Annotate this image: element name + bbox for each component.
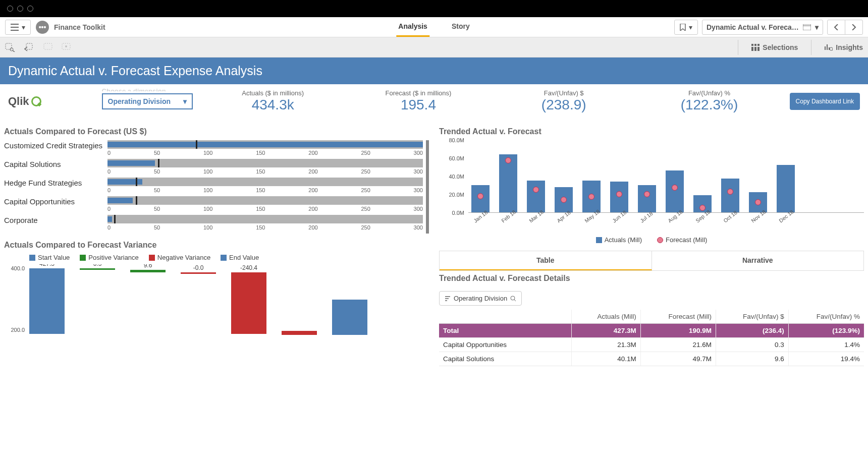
waterfall-legend: Start Value Positive Variance Negative V… [4,254,429,261]
selections-button[interactable]: Selections [751,43,798,51]
table-header[interactable]: Fav/(Unfav) % [788,310,864,324]
bullet-label: Customized Credit Strategies [4,140,107,150]
details-filter-button[interactable]: Operating Division [439,291,522,306]
close-dot[interactable] [7,6,13,12]
waterfall-chart[interactable]: 400.0 200.0 427.3 0.3 9.6 -0.0 -240.4 -5… [4,264,429,335]
chevron-down-icon: ▾ [815,23,819,31]
bullet-label: Capital Solutions [4,159,107,168]
qlik-q-icon [31,96,41,106]
dimension-selector: Choose a dimension Operating Division ▾ [102,93,193,109]
bullet-label: Corporate [4,215,107,224]
window-chrome [0,0,868,17]
svg-rect-5 [26,43,32,49]
menu-button[interactable]: ▾ [5,20,31,35]
secondary-toolbar: Selections Insights [0,37,868,57]
svg-rect-14 [757,47,760,51]
top-toolbar: ▾ ••• Finance Toolkit Analysis Story ▾ D… [0,17,868,37]
hamburger-icon [11,24,19,31]
chevron-down-icon: ▾ [689,23,692,31]
svg-line-18 [514,300,516,301]
sel-tool-icon[interactable] [62,43,71,52]
bullet-label: Hedge Fund Strategies [4,178,107,187]
bullet-label: Capital Opportunities [4,196,107,206]
tab-table[interactable]: Table [440,251,652,270]
kpi-row: Qlik Choose a dimension Operating Divisi… [0,84,868,118]
svg-line-16 [832,50,833,51]
qlik-logo: Qlik [8,95,41,108]
app-name: Finance Toolkit [54,23,105,31]
table-header[interactable]: Fav/(Unfav) $ [716,310,789,324]
kpi-fav-dollar: Fav/(Unfav) $ (238.9) [499,89,629,113]
kpi-actuals: Actuals ($ in millions) 434.3k [208,89,338,113]
sheet-name: Dynamic Actual v. Forecast ... [707,23,799,31]
bookmark-button[interactable]: ▾ [674,20,698,35]
svg-point-17 [511,296,515,300]
combo-legend: Actuals (Mill) Forecast (Mill) [439,236,864,244]
app-icon: ••• [36,21,49,34]
bullet-row[interactable]: Capital Opportunities 050100150200250300 [4,196,423,212]
insights-button[interactable]: Insights [825,43,863,51]
nav-prev[interactable] [827,20,845,35]
bullet-chart[interactable]: Customized Credit Strategies 05010015020… [4,140,429,234]
svg-rect-9 [751,44,753,46]
bookmark-icon [680,24,686,31]
bullet-row[interactable]: Corporate 050100150200250300 [4,215,423,231]
tab-analysis[interactable]: Analysis [396,17,429,37]
chevron-right-icon [851,24,856,30]
svg-rect-12 [751,47,753,51]
table-row[interactable]: Total427.3M190.9M(236.4)(123.9%) [439,324,864,338]
dimension-dropdown[interactable]: Operating Division ▾ [102,93,193,109]
max-dot[interactable] [27,6,33,12]
details-table[interactable]: Actuals (Mill)Forecast (Mill)Fav/(Unfav)… [439,310,864,366]
smart-search-icon[interactable] [5,43,15,52]
svg-rect-11 [757,44,760,46]
bullet-row[interactable]: Hedge Fund Strategies 050100150200250300 [4,178,423,193]
sort-icon [445,296,451,302]
step-back-icon[interactable] [24,43,34,52]
svg-rect-10 [754,44,756,46]
search-icon [510,296,516,302]
svg-rect-6 [44,43,52,49]
left-column: Actuals Compared to Forecast (US $) Cust… [4,123,429,366]
clear-sel-icon[interactable] [43,43,52,52]
chevron-left-icon [834,24,839,30]
combo-chart[interactable]: 0.0M20.0M40.0M60.0M80.0M Jan 18Feb 18Mar… [439,140,864,231]
insights-icon [825,44,833,51]
tab-story[interactable]: Story [450,17,472,37]
sheet-selector[interactable]: Dynamic Actual v. Forecast ... ▾ [702,20,823,35]
copy-dashboard-link-button[interactable]: Copy Dashboard Link [790,93,860,110]
scrollbar[interactable] [426,140,429,234]
right-column: Trended Actual v. Forecast 0.0M20.0M40.0… [439,123,864,366]
table-header[interactable]: Forecast (Mill) [640,310,716,324]
page-title: Dynamic Actual v. Forecast Expense Analy… [0,57,868,84]
selections-icon [751,44,760,51]
nav-next[interactable] [845,20,863,35]
combo-title: Trended Actual v. Forecast [439,127,864,136]
svg-rect-13 [754,47,756,51]
divider [738,40,738,55]
kpi-fav-pct: Fav/(Unfav) % (122.3%) [644,89,774,113]
bottom-tabs: Table Narrative [439,251,864,271]
svg-point-8 [65,45,67,47]
chevron-down-icon: ▾ [183,97,187,105]
sheet-icon [803,24,811,30]
table-row[interactable]: Capital Opportunities21.3M21.6M0.31.4% [439,338,864,352]
details-title: Trended Actual v. Forecast Details [439,274,864,283]
waterfall-title: Actuals Compared to Forecast Variance [4,241,429,250]
kpi-forecast: Forecast ($ in millions) 195.4 [353,89,483,113]
table-header[interactable]: Actuals (Mill) [571,310,640,324]
min-dot[interactable] [17,6,23,12]
bullet-row[interactable]: Customized Credit Strategies 05010015020… [4,140,423,156]
svg-rect-0 [803,24,811,30]
bullet-row[interactable]: Capital Solutions 050100150200250300 [4,159,423,175]
table-row[interactable]: Capital Solutions40.1M49.7M9.619.4% [439,352,864,366]
tab-narrative[interactable]: Narrative [652,251,864,270]
divider [811,40,811,55]
bullet-title: Actuals Compared to Forecast (US $) [4,127,429,136]
chevron-down-icon: ▾ [22,23,25,31]
svg-line-4 [13,50,15,52]
